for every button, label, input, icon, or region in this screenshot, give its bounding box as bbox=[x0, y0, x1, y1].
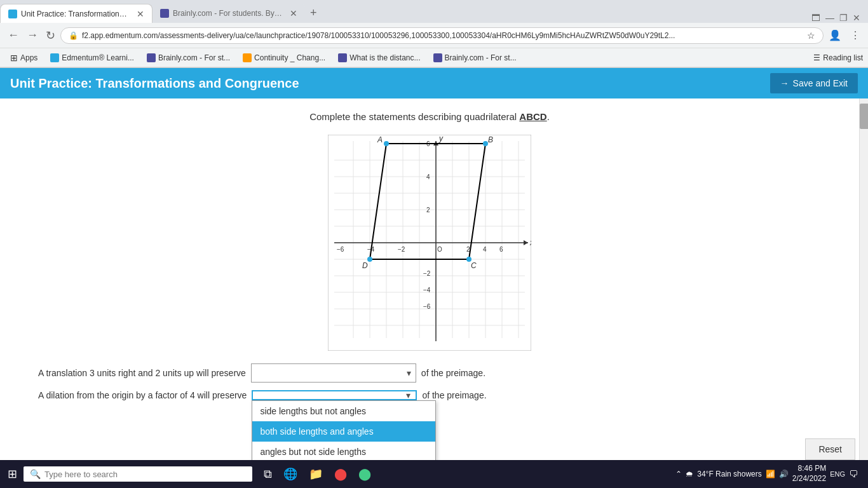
bookmark-apps[interactable]: ⊞ Apps bbox=[5, 51, 43, 64]
volume-icon[interactable]: 🔊 bbox=[779, 470, 789, 478]
tab-favicon-1 bbox=[8, 10, 17, 18]
tray-caret-icon[interactable]: ⌃ bbox=[675, 470, 682, 478]
bookmark-apps-label: Apps bbox=[20, 53, 37, 62]
statement1-suffix: of the preimage. bbox=[421, 368, 485, 378]
svg-text:x: x bbox=[529, 238, 531, 247]
taskbar-search[interactable]: 🔍 bbox=[24, 466, 252, 482]
bookmark-edmentum-label: Edmentum® Learni... bbox=[62, 53, 134, 62]
lock-icon: 🔒 bbox=[69, 31, 78, 40]
tab-bar: Unit Practice: Transformations an ✕ Brai… bbox=[0, 0, 868, 23]
address-bar[interactable]: 🔒 f2.app.edmentum.com/assessments-delive… bbox=[60, 27, 824, 44]
svg-text:B: B bbox=[488, 135, 493, 144]
bookmark-favicon-edmentum bbox=[50, 53, 59, 62]
menu-button[interactable]: ⋮ bbox=[848, 27, 863, 44]
star-icon[interactable]: ☆ bbox=[807, 30, 815, 41]
bookmark-brainly2-label: Brainly.com - For st... bbox=[445, 53, 517, 62]
tray-time[interactable]: 8:46 PM 2/24/2022 bbox=[792, 464, 826, 484]
save-exit-button[interactable]: → Save and Exit bbox=[770, 73, 858, 93]
bookmark-brainly1[interactable]: Brainly.com - For st... bbox=[142, 52, 235, 64]
content-area: Complete the statements describing quadr… bbox=[0, 98, 868, 461]
reading-list-icon: ☰ bbox=[813, 53, 820, 62]
save-exit-arrow-icon: → bbox=[780, 78, 789, 88]
dropdown-1[interactable]: side lengths but not angles both side le… bbox=[251, 363, 416, 383]
page-title: Unit Practice: Transformations and Congr… bbox=[10, 76, 299, 91]
svg-text:O: O bbox=[437, 246, 442, 253]
question-period: . bbox=[547, 111, 550, 122]
reset-button[interactable]: Reset bbox=[805, 438, 855, 460]
back-button[interactable]: ← bbox=[5, 26, 22, 44]
question-text: Complete the statements describing quadr… bbox=[38, 111, 821, 122]
bookmark-distance[interactable]: What is the distanc... bbox=[333, 52, 425, 64]
svg-text:−2: −2 bbox=[423, 270, 431, 277]
svg-text:C: C bbox=[471, 261, 477, 270]
reset-button-container: Reset bbox=[805, 445, 855, 460]
nav-icons: 👤 ⋮ bbox=[826, 27, 863, 44]
tab-inactive[interactable]: Brainly.com - For students. By st. ✕ bbox=[153, 4, 305, 23]
weather-icon: 🌧 bbox=[686, 470, 693, 478]
file-explorer-icon[interactable]: 📁 bbox=[306, 464, 325, 484]
dropdown-2-container: ▾ side lengths but not angles both side … bbox=[252, 390, 417, 400]
search-glass-icon: 🔍 bbox=[30, 469, 41, 479]
svg-text:−2: −2 bbox=[398, 246, 405, 253]
address-text: f2.app.edmentum.com/assessments-delivery… bbox=[82, 31, 803, 40]
svg-text:4: 4 bbox=[483, 246, 487, 253]
profile-button[interactable]: 👤 bbox=[826, 27, 844, 44]
dropdown-option-angles[interactable]: angles but not side lengths bbox=[252, 442, 435, 461]
bookmark-favicon-brainly2 bbox=[433, 53, 442, 62]
task-view-button[interactable]: ⧉ bbox=[261, 465, 275, 484]
tab-close-1[interactable]: ✕ bbox=[137, 9, 144, 19]
tab-active[interactable]: Unit Practice: Transformations an ✕ bbox=[0, 4, 153, 23]
window-controls: 🗖 — ❐ ✕ bbox=[804, 13, 868, 23]
page-content: Complete the statements describing quadr… bbox=[0, 98, 859, 461]
save-exit-label: Save and Exit bbox=[793, 78, 848, 88]
dropdown-1-container: side lengths but not angles both side le… bbox=[251, 363, 416, 383]
statement2-prefix: A dilation from the origin by a factor o… bbox=[38, 390, 247, 400]
svg-point-44 bbox=[483, 141, 488, 146]
bookmark-brainly1-label: Brainly.com - For st... bbox=[158, 53, 230, 62]
forward-button[interactable]: → bbox=[24, 26, 41, 44]
statement1-prefix: A translation 3 units right and 2 units … bbox=[38, 368, 246, 378]
scrollbar[interactable] bbox=[859, 98, 868, 461]
coordinate-graph: x y −6 −4 −2 O 2 4 6 6 4 2 −2 −4 −6 bbox=[328, 135, 531, 351]
weather-text: 34°F Rain showers bbox=[697, 470, 762, 478]
maximize-icon[interactable]: 🗖 bbox=[811, 13, 820, 23]
minimize-icon[interactable]: — bbox=[825, 13, 834, 23]
bookmark-brainly2[interactable]: Brainly.com - For st... bbox=[428, 52, 522, 64]
nav-bar: ← → ↻ 🔒 f2.app.edmentum.com/assessments-… bbox=[0, 23, 868, 48]
svg-text:−6: −6 bbox=[337, 246, 344, 253]
bookmark-continuity-label: Continuity _ Chang... bbox=[254, 53, 325, 62]
bookmark-continuity[interactable]: Continuity _ Chang... bbox=[238, 52, 330, 64]
dropdown-2-display[interactable]: ▾ bbox=[252, 390, 417, 400]
scroll-thumb[interactable] bbox=[860, 104, 868, 129]
svg-point-43 bbox=[384, 141, 389, 146]
edge-icon[interactable]: 🌐 bbox=[281, 464, 300, 484]
restore-icon[interactable]: ❐ bbox=[839, 13, 848, 23]
bookmark-edmentum[interactable]: Edmentum® Learni... bbox=[45, 52, 139, 64]
orb-icon[interactable]: ⬤ bbox=[332, 464, 349, 484]
app-header: Unit Practice: Transformations and Congr… bbox=[0, 68, 868, 98]
question-prefix: Complete the statements describing quadr… bbox=[309, 111, 517, 122]
dropdown-option-both[interactable]: both side lengths and angles bbox=[252, 421, 435, 442]
taskbar-app-icons: ⧉ 🌐 📁 ⬤ ⬤ bbox=[261, 464, 374, 484]
svg-text:4: 4 bbox=[426, 173, 430, 180]
dropdown-option-side-lengths[interactable]: side lengths but not angles bbox=[252, 401, 435, 421]
close-icon[interactable]: ✕ bbox=[853, 13, 860, 23]
bookmark-distance-label: What is the distanc... bbox=[349, 53, 420, 62]
search-input[interactable] bbox=[44, 470, 246, 479]
chrome-icon[interactable]: ⬤ bbox=[356, 464, 374, 484]
start-button[interactable]: ⊞ bbox=[5, 464, 20, 484]
new-tab-button[interactable]: + bbox=[305, 6, 322, 20]
network-icon[interactable]: 📶 bbox=[766, 470, 775, 478]
bookmark-favicon-brainly1 bbox=[147, 53, 156, 62]
svg-point-46 bbox=[367, 257, 372, 262]
quadrilateral-label: ABCD bbox=[519, 111, 546, 122]
notification-icon[interactable]: 🗨 bbox=[849, 469, 858, 479]
tab-favicon-2 bbox=[160, 9, 169, 18]
refresh-button[interactable]: ↻ bbox=[43, 26, 58, 45]
bookmark-favicon-continuity bbox=[243, 53, 252, 62]
tab-close-2[interactable]: ✕ bbox=[290, 8, 297, 18]
bookmarks-bar: ⊞ Apps Edmentum® Learni... Brainly.com -… bbox=[0, 48, 868, 67]
reading-list[interactable]: ☰ Reading list bbox=[813, 53, 863, 62]
reading-list-label: Reading list bbox=[823, 53, 863, 62]
language-indicator: ENG bbox=[830, 470, 845, 478]
